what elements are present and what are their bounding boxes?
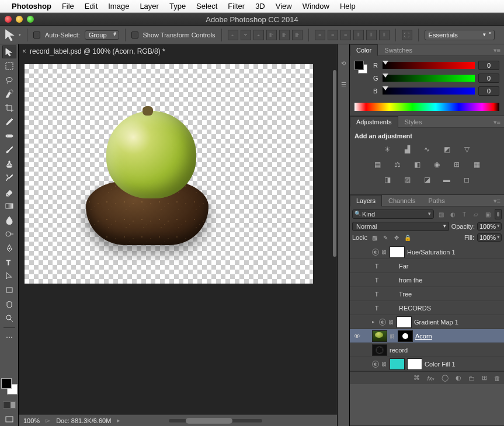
menu-type[interactable]: Type: [169, 2, 186, 11]
adjustments-panel-menu-icon[interactable]: ▾≡: [490, 117, 504, 127]
path-select-tool[interactable]: [2, 270, 16, 282]
tab-color[interactable]: Color: [350, 44, 378, 56]
zoom-tool[interactable]: [2, 312, 16, 324]
canvas[interactable]: [25, 64, 313, 284]
move-tool[interactable]: [2, 46, 16, 58]
add-mask-icon[interactable]: ◯: [442, 374, 449, 382]
visibility-toggle[interactable]: 👁: [352, 261, 362, 271]
layer-name[interactable]: from the: [399, 277, 422, 284]
g-slider[interactable]: [383, 75, 475, 82]
crop-tool[interactable]: [2, 102, 16, 114]
color-spectrum[interactable]: [354, 103, 499, 111]
layer-name[interactable]: record: [390, 347, 408, 354]
layer-thumbnail[interactable]: [372, 344, 387, 356]
b-value[interactable]: 0: [478, 86, 499, 96]
tab-layers[interactable]: Layers: [350, 195, 382, 207]
doc-info-arrow-icon[interactable]: ▸: [117, 417, 120, 424]
align-hcenter-icon[interactable]: ⊪: [279, 30, 290, 40]
layer-row[interactable]: 👁TRECORDS: [350, 301, 504, 315]
menu-view[interactable]: View: [276, 2, 292, 11]
eraser-tool[interactable]: [2, 186, 16, 198]
layer-thumbnail[interactable]: [390, 358, 405, 370]
dist-right-icon[interactable]: ⦀: [379, 30, 390, 40]
close-button[interactable]: [5, 16, 12, 23]
brightness-icon[interactable]: ☀: [382, 144, 392, 155]
r-value[interactable]: 0: [478, 61, 499, 70]
levels-icon[interactable]: ▟: [402, 144, 412, 155]
layer-row[interactable]: 👁TTree: [350, 287, 504, 301]
dodge-tool[interactable]: [2, 228, 16, 240]
tab-channels[interactable]: Channels: [382, 195, 422, 206]
link-layers-icon[interactable]: ⌘: [413, 374, 420, 382]
dist-top-icon[interactable]: ≡: [315, 30, 325, 40]
filter-toggle[interactable]: [495, 209, 502, 219]
maximize-button[interactable]: [27, 16, 34, 23]
foreground-color-swatch[interactable]: [1, 378, 12, 389]
visibility-toggle[interactable]: 👁: [352, 247, 362, 257]
clone-stamp-tool[interactable]: [2, 158, 16, 170]
menu-3d[interactable]: 3D: [255, 2, 265, 11]
brush-tool[interactable]: [2, 144, 16, 156]
align-left-icon[interactable]: ⊪: [266, 30, 277, 40]
photo-filter-icon[interactable]: ◉: [432, 159, 442, 170]
curves-icon[interactable]: ∿: [422, 144, 432, 155]
document-tab[interactable]: × record_label.psd @ 100% (Acorn, RGB/8)…: [19, 44, 337, 58]
layer-name[interactable]: Acorn: [415, 333, 432, 340]
layer-row[interactable]: 👁▸◐⛓Gradient Map 1: [350, 315, 504, 329]
mask-thumbnail[interactable]: [398, 330, 413, 342]
r-slider[interactable]: [383, 62, 475, 69]
dist-vcenter-icon[interactable]: ≡: [328, 30, 338, 40]
g-value[interactable]: 0: [478, 74, 499, 83]
filter-adjust-icon[interactable]: ◐: [448, 210, 457, 218]
history-icon[interactable]: ⟲: [339, 58, 348, 68]
layer-name[interactable]: Color Fill 1: [425, 361, 456, 368]
b-slider[interactable]: [383, 88, 475, 95]
type-tool[interactable]: T: [2, 256, 16, 268]
vertical-scrollbar[interactable]: [333, 70, 336, 257]
menu-help[interactable]: Help: [340, 2, 356, 11]
layer-row[interactable]: 👁record: [350, 343, 504, 357]
layer-filter-kind[interactable]: Kind: [352, 209, 434, 219]
eyedropper-tool[interactable]: [2, 116, 16, 128]
menu-filter[interactable]: Filter: [228, 2, 245, 11]
posterize-icon[interactable]: ▨: [402, 174, 412, 185]
horizontal-scrollbar[interactable]: [169, 419, 262, 422]
layer-name[interactable]: Gradient Map 1: [414, 319, 458, 326]
menu-photoshop[interactable]: Photoshop: [12, 2, 51, 11]
healing-brush-tool[interactable]: [2, 130, 16, 142]
layer-row[interactable]: 👁TFar: [350, 259, 504, 273]
edit-toolbar-icon[interactable]: ⋯: [2, 331, 16, 344]
align-top-icon[interactable]: ⫠: [228, 30, 238, 40]
properties-icon[interactable]: ☰: [339, 79, 348, 89]
doc-info[interactable]: Doc: 881.3K/6.60M: [56, 417, 111, 424]
color-panel-menu-icon[interactable]: ▾≡: [490, 46, 504, 55]
align-bottom-icon[interactable]: ⫠: [253, 30, 264, 40]
lock-transparency-icon[interactable]: ▩: [370, 233, 378, 242]
tab-styles[interactable]: Styles: [398, 116, 429, 127]
layer-row[interactable]: 👁⛓Acorn: [350, 329, 504, 343]
marquee-tool[interactable]: [2, 60, 16, 72]
dist-left-icon[interactable]: ⦀: [353, 30, 364, 40]
lock-position-icon[interactable]: ✥: [392, 233, 401, 242]
blur-tool[interactable]: [2, 214, 16, 226]
color-swatches[interactable]: [1, 378, 18, 394]
layer-fx-icon[interactable]: fx▾: [427, 375, 435, 382]
auto-select-checkbox[interactable]: [33, 32, 40, 39]
show-transform-checkbox[interactable]: [131, 32, 138, 39]
new-adjustment-icon[interactable]: ◐: [456, 374, 461, 382]
layer-row[interactable]: 👁Tfrom the: [350, 273, 504, 287]
zoom-popup-icon[interactable]: ▻: [46, 417, 50, 424]
tab-paths[interactable]: Paths: [422, 195, 451, 206]
opacity-value[interactable]: 100%: [477, 222, 502, 231]
pen-tool[interactable]: [2, 242, 16, 254]
quick-mask-toggle[interactable]: [3, 401, 16, 408]
channel-mixer-icon[interactable]: ⊞: [451, 159, 462, 170]
visibility-toggle[interactable]: 👁: [352, 275, 362, 285]
visibility-toggle[interactable]: 👁: [352, 359, 362, 369]
panel-fg-bg-swatch[interactable]: [354, 61, 367, 74]
layers-panel-menu-icon[interactable]: ▾≡: [490, 196, 504, 206]
tab-adjustments[interactable]: Adjustments: [350, 116, 398, 128]
dist-bottom-icon[interactable]: ≡: [340, 30, 351, 40]
visibility-toggle[interactable]: 👁: [352, 303, 362, 313]
layer-thumbnail[interactable]: [390, 246, 405, 258]
